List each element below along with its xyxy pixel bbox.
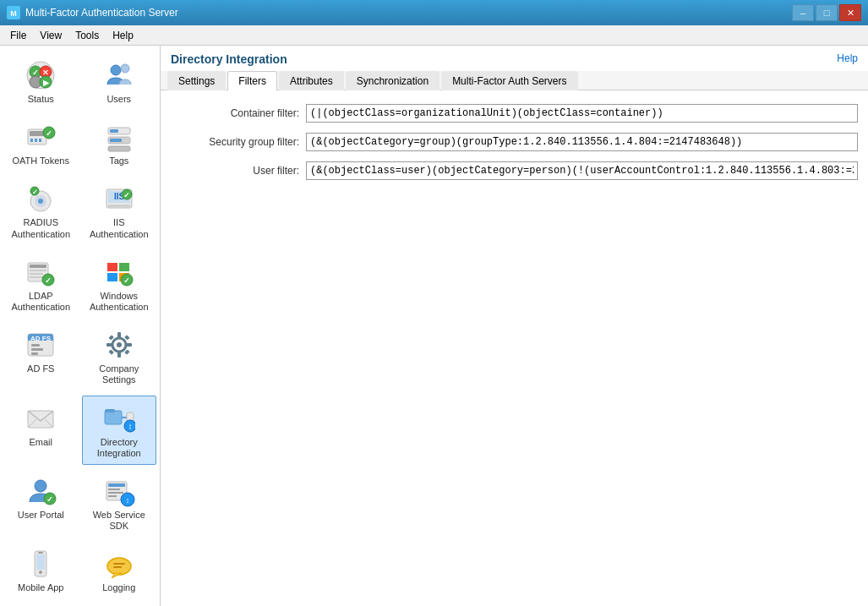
menu-tools[interactable]: Tools [68, 26, 106, 45]
sidebar-grid: ✓ ✕ ▶ Status [3, 52, 156, 599]
maximize-button[interactable]: □ [816, 4, 838, 21]
sidebar-item-directory[interactable]: ↕ Directory Integration [82, 396, 157, 465]
svg-rect-59 [106, 343, 113, 347]
svg-rect-85 [36, 554, 45, 570]
sidebar-item-mobile-app[interactable]: Mobile App [3, 541, 79, 599]
sidebar-item-email[interactable]: Email [3, 396, 79, 465]
iis-icon: IIS ✓ [102, 182, 136, 216]
svg-rect-61 [108, 335, 113, 340]
sidebar-item-oath-tokens[interactable]: ✓ OATH Tokens [3, 114, 79, 172]
tab-filters[interactable]: Filters [227, 71, 277, 90]
email-icon [24, 401, 57, 435]
sidebar-item-adfs[interactable]: AD FS AD FS [3, 322, 79, 391]
svg-rect-22 [110, 129, 118, 133]
sidebar-item-iis[interactable]: IIS ✓ IIS Authentication [82, 176, 157, 245]
logging-icon [102, 547, 136, 581]
svg-text:↕: ↕ [126, 496, 130, 505]
sidebar-item-company-settings[interactable]: Company Settings [82, 322, 157, 391]
close-button[interactable]: ✕ [839, 4, 861, 21]
user-portal-icon: ✓ [24, 474, 57, 508]
svg-rect-36 [30, 265, 46, 268]
svg-point-11 [121, 64, 129, 73]
svg-rect-53 [31, 348, 43, 351]
svg-point-26 [38, 199, 43, 204]
tab-synchronization[interactable]: Synchronization [346, 71, 439, 90]
minimize-button[interactable]: – [792, 4, 814, 21]
svg-text:✓: ✓ [46, 495, 53, 504]
svg-rect-57 [117, 332, 121, 339]
tags-icon [102, 120, 136, 154]
sidebar-item-email-label: Email [29, 437, 52, 448]
sidebar-item-user-portal[interactable]: ✓ User Portal [3, 468, 79, 538]
svg-rect-38 [30, 273, 43, 275]
svg-rect-81 [108, 495, 117, 497]
sidebar-item-radius[interactable]: ✓ RADIUS Authentication [3, 176, 79, 245]
menu-bar: File View Tools Help [0, 25, 868, 46]
svg-rect-43 [119, 263, 129, 271]
sidebar-item-iis-label: IIS Authentication [86, 217, 153, 239]
user-filter-input[interactable] [306, 161, 858, 180]
content-title: Directory Integration [171, 52, 287, 66]
windows-icon: ✓ [102, 255, 136, 289]
sidebar-item-user-portal-label: User Portal [18, 510, 64, 521]
svg-text:AD FS: AD FS [30, 335, 52, 342]
sidebar-item-ldap-label: LDAP Authentication [8, 291, 74, 313]
help-link[interactable]: Help [837, 52, 858, 64]
sidebar-item-web-sdk[interactable]: ↕ Web Service SDK [82, 468, 157, 538]
container-filter-label: Container filter: [171, 107, 306, 119]
svg-rect-60 [125, 343, 132, 347]
sidebar-item-logging[interactable]: Logging [82, 541, 157, 599]
svg-point-74 [35, 480, 46, 492]
directory-icon: ↕ [102, 401, 136, 435]
oath-icon: ✓ [24, 120, 57, 154]
sidebar-item-mobile-label: Mobile App [18, 582, 63, 593]
tab-attributes[interactable]: Attributes [279, 71, 344, 90]
sidebar-item-tags[interactable]: Tags [82, 114, 157, 172]
tab-settings[interactable]: Settings [167, 71, 226, 90]
svg-rect-37 [30, 270, 46, 271]
svg-point-10 [111, 65, 121, 75]
user-filter-row: User filter: [171, 161, 858, 180]
sidebar: ✓ ✕ ▶ Status [0, 46, 161, 606]
app-icon: M [7, 6, 20, 19]
container-filter-row: Container filter: [171, 104, 858, 123]
menu-view[interactable]: View [33, 26, 68, 45]
sidebar-item-users[interactable]: Users [82, 52, 157, 111]
svg-text:↕: ↕ [128, 422, 132, 431]
sidebar-item-users-label: Users [106, 94, 131, 105]
svg-rect-17 [35, 139, 37, 142]
svg-rect-16 [30, 139, 33, 142]
content-header: Directory Integration Help [161, 46, 868, 71]
svg-rect-79 [108, 489, 120, 490]
user-filter-label: User filter: [171, 165, 306, 177]
sidebar-item-tags-label: Tags [109, 156, 128, 167]
main-layout: ✓ ✕ ▶ Status [0, 46, 868, 606]
tab-bar: Settings Filters Attributes Synchronizat… [161, 71, 868, 90]
company-settings-icon [102, 328, 136, 362]
svg-text:✓: ✓ [32, 188, 38, 196]
svg-text:✓: ✓ [123, 276, 130, 285]
svg-rect-64 [124, 350, 129, 355]
svg-rect-87 [38, 552, 43, 554]
ldap-icon: ✓ [24, 255, 57, 289]
status-icon: ✓ ✕ ▶ [24, 58, 57, 92]
sidebar-item-windows[interactable]: ✓ Windows Authentication [82, 249, 157, 319]
sidebar-item-ldap[interactable]: ✓ LDAP Authentication [3, 249, 79, 319]
svg-rect-63 [108, 350, 113, 355]
security-group-filter-input[interactable] [306, 133, 858, 151]
sidebar-item-adfs-label: AD FS [27, 363, 54, 374]
menu-file[interactable]: File [3, 26, 33, 45]
menu-help[interactable]: Help [106, 26, 140, 45]
sidebar-item-windows-label: Windows Authentication [86, 291, 153, 313]
svg-text:▶: ▶ [43, 79, 50, 87]
sidebar-item-status[interactable]: ✓ ✕ ▶ Status [3, 52, 79, 111]
tab-mfa-servers[interactable]: Multi-Factor Auth Servers [441, 71, 577, 90]
content-area: Directory Integration Help Settings Filt… [161, 46, 868, 606]
window-title: Multi-Factor Authentication Server [25, 7, 178, 19]
svg-text:✓: ✓ [123, 191, 130, 199]
adfs-icon: AD FS [24, 328, 57, 362]
filters-form: Container filter: Security group filter:… [161, 90, 868, 606]
container-filter-input[interactable] [306, 104, 858, 123]
svg-point-56 [117, 342, 122, 347]
title-bar: M Multi-Factor Authentication Server – □… [0, 0, 868, 25]
